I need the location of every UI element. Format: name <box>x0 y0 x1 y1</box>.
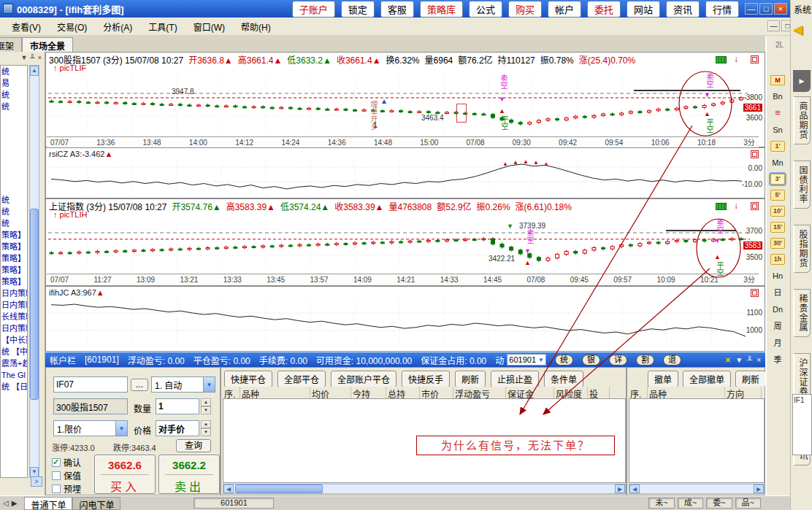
bottom-mini-tab[interactable]: 未~ <box>648 498 674 509</box>
timeframe-button[interactable]: 15' <box>770 222 785 233</box>
mdi-minimize-button[interactable]: — <box>767 20 780 31</box>
back-arrow-icon[interactable]: ◀ <box>793 22 803 37</box>
titlebar-button[interactable]: 资讯 <box>666 1 700 18</box>
titlebar-button[interactable]: 委托 <box>587 1 621 18</box>
titlebar-button[interactable]: 子账户 <box>292 1 335 18</box>
strategy-list-item[interactable]: 统 <box>1 66 27 77</box>
sell-button[interactable]: 3662.2 卖出 <box>158 455 220 494</box>
strategy-list-item[interactable] <box>1 182 27 194</box>
timeframe-button[interactable]: 1' <box>770 141 785 152</box>
lines-icon[interactable]: ≡ <box>769 107 786 119</box>
price-input[interactable] <box>156 420 199 436</box>
order-option-checkbox[interactable]: 保值 <box>52 469 81 482</box>
quantity-input[interactable] <box>156 398 199 414</box>
positions-action-button[interactable]: 条件单 <box>544 371 583 387</box>
bottom-mini-tab[interactable]: 品~ <box>735 498 761 509</box>
strategy-list-item[interactable]: 统 <box>1 217 27 229</box>
pin-icon[interactable]: ╨ <box>747 356 752 364</box>
menu-item[interactable]: 窗口(W) <box>186 19 232 34</box>
account-pill-button[interactable]: 银 <box>582 355 600 366</box>
strategy-list-item[interactable]: 统 <box>1 206 27 217</box>
strategy-list-item[interactable]: 策略】 <box>1 241 27 252</box>
timeframe-button[interactable]: 5' <box>770 190 785 201</box>
checkbox-icon[interactable] <box>52 484 61 493</box>
scissors-icon[interactable]: ✕ <box>725 356 731 364</box>
restore-button[interactable]: □ <box>759 3 773 15</box>
price-type-select[interactable]: 1.限价▼ <box>53 420 128 436</box>
nav-prev-icon[interactable]: ◁ <box>3 499 9 507</box>
contract-code-input[interactable] <box>53 376 128 393</box>
chip-icon[interactable] <box>716 56 727 63</box>
titlebar-button[interactable]: 策略库 <box>420 1 463 18</box>
strategy-list-item[interactable]: 日内策略 <box>1 299 27 311</box>
close-icon[interactable]: × <box>757 356 761 364</box>
positions-action-button[interactable]: 全部账户平仓 <box>331 371 397 387</box>
checkbox-icon[interactable] <box>52 471 61 480</box>
scroll-down-icon[interactable]: ▼ <box>30 467 39 477</box>
timeframe-button[interactable]: 10' <box>770 206 785 217</box>
strategy-list-item[interactable]: 策略】 <box>1 252 27 264</box>
strategy-list-item[interactable] <box>1 136 27 147</box>
account-pill-button[interactable]: 统 <box>555 355 573 366</box>
price-stepper[interactable]: ▲▼ <box>201 420 211 436</box>
scrollbar-thumb[interactable] <box>30 209 39 400</box>
maximize-box-icon[interactable] <box>751 55 759 63</box>
timeframe-button[interactable]: Sn <box>769 124 786 136</box>
strategy-list-item[interactable] <box>1 171 27 182</box>
strategy-list-item[interactable]: 【中长期 <box>1 334 27 346</box>
collapse-icon[interactable]: ▼ <box>20 54 27 61</box>
sidebar-more-button[interactable]: > <box>31 476 42 487</box>
sidebar-scrollbar[interactable]: ▲ ▼ <box>29 65 39 478</box>
strategy-list-item[interactable] <box>1 159 27 171</box>
nav-next-icon[interactable]: ▶ <box>12 499 18 507</box>
download-arrow-icon[interactable]: ↓ <box>734 55 738 63</box>
strategy-list-item[interactable]: 策略】 <box>1 229 27 241</box>
minimize-button[interactable]: — <box>745 3 758 15</box>
expand-tab[interactable]: ▶ <box>793 70 811 92</box>
tab-normal-order[interactable]: 普通下单 <box>24 497 72 510</box>
positions-hscrollbar[interactable]: ◀▶ <box>223 484 626 494</box>
account-pill-button[interactable]: 退 <box>663 355 681 366</box>
titlebar-button[interactable]: 客服 <box>380 1 414 18</box>
query-button[interactable]: 查询 <box>176 439 211 452</box>
strategy-list-item[interactable]: 长线策略 <box>1 311 27 322</box>
browse-button[interactable]: ... <box>131 379 148 391</box>
timeframe-button[interactable]: Bn <box>769 90 786 102</box>
close-button[interactable]: × <box>774 3 787 15</box>
scroll-left-icon[interactable]: ◀ <box>629 484 640 493</box>
scroll-up-icon[interactable]: ▲ <box>30 66 39 76</box>
market-category-tab[interactable]: 稀贵金属 <box>793 289 811 337</box>
positions-action-button[interactable]: 全部平仓 <box>277 371 326 387</box>
tab-market-panorama[interactable]: 市场全景 <box>22 37 73 52</box>
titlebar-button[interactable]: 公式 <box>469 1 502 18</box>
system-label[interactable]: 系统 <box>794 3 811 15</box>
strategy-list-item[interactable]: 策略】 <box>1 276 27 287</box>
menu-item[interactable]: 交易(O) <box>50 19 94 34</box>
timeframe-button[interactable]: Mn <box>769 157 786 169</box>
titlebar-button[interactable]: 购买 <box>508 1 542 18</box>
menu-item[interactable]: 分析(A) <box>96 19 139 34</box>
orders-action-button[interactable]: 撤单 <box>648 371 678 387</box>
positions-action-button[interactable]: 止损止盈 <box>491 371 539 387</box>
timeframe-button[interactable]: 日 <box>769 287 786 298</box>
market-category-tab[interactable]: 商品期货 <box>793 96 811 144</box>
scroll-right-icon[interactable]: ▶ <box>615 484 625 493</box>
strategy-list-item[interactable]: 统 【日 <box>1 381 27 393</box>
close-icon[interactable]: × <box>38 54 42 61</box>
market-category-tab[interactable]: 国债利率 <box>793 161 811 209</box>
strategy-list-item[interactable] <box>1 147 27 159</box>
timeframe-button[interactable]: Hn <box>769 270 786 282</box>
positions-action-button[interactable]: 快捷反手 <box>402 371 450 387</box>
timeframe-button[interactable]: 月 <box>769 337 786 349</box>
mode-select[interactable]: 1. 自动▼ <box>151 376 215 393</box>
titlebar-button[interactable]: 行情 <box>705 1 739 18</box>
strategy-list-item[interactable]: 统 <box>1 89 27 101</box>
collapse-icon[interactable]: ▼ <box>735 356 743 364</box>
titlebar-button[interactable]: 帐户 <box>548 1 581 18</box>
strategy-list-item[interactable]: 日内策略 <box>1 322 27 334</box>
strategy-list-item[interactable]: 统 <box>1 194 27 206</box>
titlebar-button[interactable]: 锁定 <box>341 1 375 18</box>
chip-icon[interactable] <box>716 203 727 210</box>
buy-button[interactable]: 3662.6 买入 <box>94 455 156 494</box>
order-option-checkbox[interactable]: 预埋 <box>52 482 81 495</box>
